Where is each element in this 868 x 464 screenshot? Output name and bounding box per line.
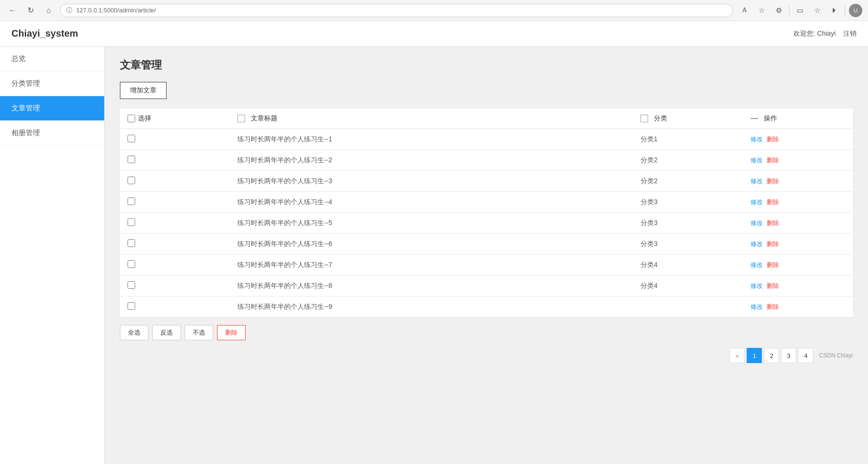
row-checkbox-7[interactable]	[128, 260, 135, 268]
app-title: Chiayi_system	[11, 28, 78, 39]
sidebar-item-article[interactable]: 文章管理	[0, 96, 104, 121]
delete-button-3[interactable]: 删除	[767, 177, 779, 186]
edit-button-9[interactable]: 修改	[750, 303, 763, 311]
table-row: 练习时长两年半的个人练习生--7分类4修改删除	[120, 255, 853, 276]
row-checkbox-cell	[120, 171, 230, 192]
select-all-checkbox[interactable]	[128, 115, 135, 122]
th-action: 操作	[743, 109, 853, 129]
row-category: 分类2	[633, 150, 743, 171]
edit-button-4[interactable]: 修改	[750, 198, 763, 207]
row-actions: 修改删除	[743, 234, 853, 255]
page-1-button[interactable]: 1	[747, 348, 762, 363]
logout-button[interactable]: 注销	[843, 30, 857, 38]
row-title: 练习时长两年半的个人练习生--4	[230, 192, 633, 213]
row-category: 分类1	[633, 129, 743, 150]
profile-button[interactable]: U	[849, 4, 862, 17]
row-category: 分类3	[633, 192, 743, 213]
row-checkbox-3[interactable]	[128, 177, 135, 184]
deselect-button[interactable]: 不选	[185, 325, 213, 340]
row-actions: 修改删除	[743, 276, 853, 296]
delete-button-8[interactable]: 删除	[767, 282, 779, 290]
delete-button-2[interactable]: 删除	[767, 156, 779, 165]
edit-button-7[interactable]: 修改	[750, 261, 763, 269]
invert-select-button[interactable]: 反选	[152, 325, 181, 340]
prev-page-button[interactable]: «	[730, 348, 745, 363]
edit-button-6[interactable]: 修改	[750, 240, 763, 248]
edit-button-5[interactable]: 修改	[750, 219, 763, 227]
row-title: 练习时长两年半的个人练习生--9	[230, 296, 633, 317]
article-table: 选择 文章标题 分类	[120, 109, 853, 317]
row-checkbox-cell	[120, 150, 230, 171]
page-title: 文章管理	[120, 58, 853, 72]
back-button[interactable]: ←	[6, 4, 19, 17]
favorites-button[interactable]: ☆	[810, 4, 824, 17]
table-row: 练习时长两年半的个人练习生--9修改删除	[120, 296, 853, 317]
table-row: 练习时长两年半的个人练习生--6分类3修改删除	[120, 234, 853, 255]
divider2	[845, 6, 845, 15]
batch-delete-button[interactable]: 删除	[217, 325, 246, 340]
content-area: 文章管理 增加文章 选择 文章标题	[105, 47, 868, 464]
reload-button[interactable]: ↻	[24, 4, 37, 17]
welcome-text: 欢迎您: Chiayi	[793, 30, 836, 38]
address-bar[interactable]: ⓘ 127.0.0.1:5000/admin/article/	[60, 4, 733, 17]
delete-button-4[interactable]: 删除	[767, 198, 779, 207]
row-checkbox-4[interactable]	[128, 197, 135, 205]
edit-button-2[interactable]: 修改	[750, 156, 763, 165]
home-button[interactable]: ⌂	[42, 4, 55, 17]
header-right: 欢迎您: Chiayi 注销	[793, 30, 857, 38]
row-category: 分类4	[633, 276, 743, 296]
main-layout: 总览 分类管理 文章管理 相册管理 文章管理 增加文章 选择	[0, 47, 868, 464]
collections-button[interactable]: 🞂	[828, 4, 841, 17]
row-title: 练习时长两年半的个人练习生--6	[230, 234, 633, 255]
page-3-button[interactable]: 3	[781, 348, 796, 363]
row-checkbox-cell	[120, 213, 230, 234]
row-checkbox-9[interactable]	[128, 302, 135, 310]
edit-button-1[interactable]: 修改	[750, 135, 763, 144]
delete-button-9[interactable]: 删除	[767, 303, 779, 311]
table-row: 练习时长两年半的个人练习生--4分类3修改删除	[120, 192, 853, 213]
delete-button-6[interactable]: 删除	[767, 240, 779, 248]
edit-button-8[interactable]: 修改	[750, 282, 763, 290]
row-checkbox-cell	[120, 192, 230, 213]
sidebar-item-overview[interactable]: 总览	[0, 47, 104, 71]
add-article-button[interactable]: 增加文章	[120, 82, 167, 99]
row-title: 练习时长两年半的个人练习生--1	[230, 129, 633, 150]
delete-button-5[interactable]: 删除	[767, 219, 779, 227]
table-row: 练习时长两年半的个人练习生--2分类2修改删除	[120, 150, 853, 171]
batch-actions: 全选 反选 不选 删除	[120, 325, 853, 340]
row-checkbox-cell	[120, 255, 230, 276]
table-row: 练习时长两年半的个人练习生--5分类3修改删除	[120, 213, 853, 234]
page-4-button[interactable]: 4	[798, 348, 813, 363]
delete-button-1[interactable]: 删除	[767, 135, 779, 144]
row-checkbox-1[interactable]	[128, 135, 135, 142]
row-checkbox-6[interactable]	[128, 239, 135, 247]
table-row: 练习时长两年半的个人练习生--8分类4修改删除	[120, 276, 853, 296]
favorites-add-button[interactable]: ☆	[755, 4, 768, 17]
row-actions: 修改删除	[743, 192, 853, 213]
table-row: 练习时长两年半的个人练习生--1分类1修改删除	[120, 129, 853, 150]
row-title: 练习时长两年半的个人练习生--8	[230, 276, 633, 296]
th-select: 选择	[120, 109, 230, 129]
pagination-suffix: CSDN Chiayi	[819, 352, 853, 359]
sidebar-item-album[interactable]: 相册管理	[0, 121, 104, 146]
row-actions: 修改删除	[743, 129, 853, 150]
row-checkbox-cell	[120, 129, 230, 150]
delete-button-7[interactable]: 删除	[767, 261, 779, 269]
row-checkbox-5[interactable]	[128, 218, 135, 226]
url-text: 127.0.0.1:5000/admin/article/	[76, 7, 156, 14]
row-actions: 修改删除	[743, 255, 853, 276]
row-actions: 修改删除	[743, 171, 853, 192]
row-category: 分类2	[633, 171, 743, 192]
extensions-button[interactable]: ⚙	[772, 4, 785, 17]
sidebar-item-category[interactable]: 分类管理	[0, 71, 104, 96]
split-view-button[interactable]: ▭	[793, 4, 807, 17]
select-all-button[interactable]: 全选	[120, 325, 148, 340]
row-checkbox-2[interactable]	[128, 156, 135, 163]
sidebar: 总览 分类管理 文章管理 相册管理	[0, 47, 105, 464]
edit-button-3[interactable]: 修改	[750, 177, 763, 186]
row-checkbox-8[interactable]	[128, 281, 135, 289]
row-category: 分类3	[633, 234, 743, 255]
page-2-button[interactable]: 2	[764, 348, 779, 363]
read-mode-button[interactable]: Ａ	[738, 4, 751, 17]
row-title: 练习时长两年半的个人练习生--5	[230, 213, 633, 234]
